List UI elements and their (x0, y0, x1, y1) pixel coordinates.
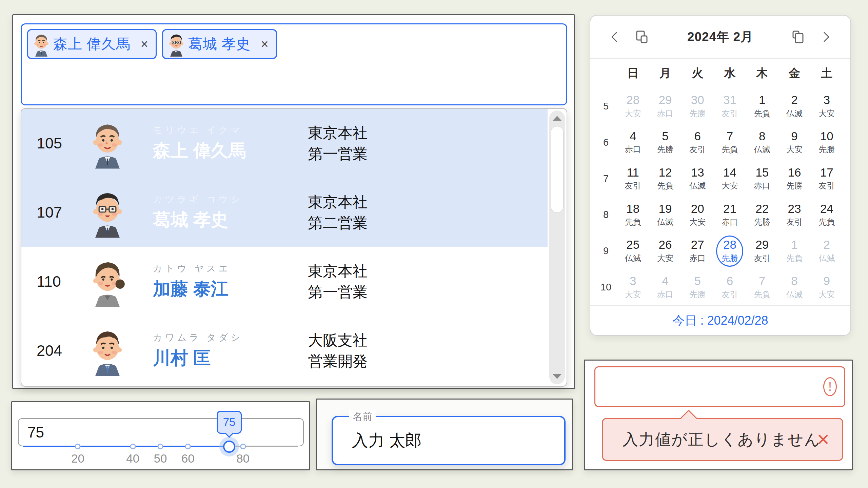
person-row[interactable]: 107 カツラギ コウシ葛城 孝史東京本社第二営業 (21, 178, 548, 247)
people-multiselect-input[interactable]: 森上 偉久馬× 葛城 孝史× (21, 23, 567, 105)
calendar-day-cell[interactable]: 25仏滅 (617, 233, 649, 269)
slider-thumb[interactable] (223, 441, 235, 453)
calendar-day-cell[interactable]: 9大安 (778, 124, 810, 161)
next-year-pages-icon[interactable] (791, 29, 806, 45)
slider-tick[interactable] (130, 444, 136, 449)
day-number: 9 (791, 130, 797, 143)
person-row[interactable]: 105 モリウエ イクマ森上 偉久馬東京本社第一営業 (21, 109, 548, 178)
calendar-day-cell[interactable]: 11友引 (617, 161, 649, 197)
calendar-day-cell[interactable]: 4赤口 (617, 124, 649, 161)
calendar-day-cell[interactable]: 9大安 (811, 269, 843, 305)
day-number: 4 (662, 274, 668, 288)
person-name-block: カワムラ タダシ川村 匡 (130, 331, 293, 370)
calendar-day-cell[interactable]: 1先負 (746, 88, 778, 124)
next-month-chevron-icon[interactable] (819, 30, 833, 44)
scroll-down-icon[interactable] (553, 374, 561, 379)
calendar-day-cell[interactable]: 8仏滅 (778, 269, 810, 305)
person-avatar-icon (86, 117, 129, 170)
slider-tick[interactable] (158, 444, 163, 449)
remove-chip-icon[interactable]: × (141, 37, 148, 52)
calendar-day-cell[interactable]: 27赤口 (682, 233, 714, 269)
person-row[interactable]: 204 カワムラ タダシ川村 匡大阪支社営業開発 (21, 316, 548, 385)
calendar-day-cell[interactable]: 17友引 (811, 161, 843, 197)
calendar-day-cell[interactable]: 21赤口 (714, 197, 746, 233)
calendar-day-cell[interactable]: 4赤口 (649, 269, 681, 305)
day-number: 4 (630, 130, 636, 143)
calendar-day-cell[interactable]: 28大安 (617, 88, 649, 124)
calendar-day-cell[interactable]: 8仏滅 (746, 124, 778, 161)
weekday-label: 水 (714, 65, 746, 81)
day-rokuyo: 仏滅 (754, 144, 770, 155)
calendar-day-cell[interactable]: 30先勝 (682, 88, 714, 124)
calendar-day-cell[interactable]: 3大安 (617, 269, 649, 305)
name-input[interactable]: 名前 入力 太郎 (332, 416, 566, 465)
scrollbar-thumb[interactable] (551, 126, 564, 213)
calendar-day-cell[interactable]: 20大安 (682, 197, 714, 233)
weekday-label: 月 (649, 65, 681, 81)
day-number: 29 (755, 238, 769, 251)
person-row[interactable]: 110 カトウ ヤスエ加藤 泰江東京本社第一営業 (21, 247, 548, 316)
calendar-day-cell[interactable]: 19仏滅 (649, 197, 681, 233)
day-rokuyo: 友引 (818, 180, 835, 191)
calendar-day-cell[interactable]: 5先勝 (682, 269, 714, 305)
error-close-icon[interactable]: ✕ (816, 430, 830, 449)
calendar-day-cell[interactable]: 3大安 (811, 88, 843, 124)
calendar-day-cell[interactable]: 22先勝 (746, 197, 778, 233)
calendar-day-cell[interactable]: 1先負 (778, 233, 810, 269)
calendar-day-cell[interactable]: 24先負 (811, 197, 843, 233)
calendar-day-cell[interactable]: 14大安 (714, 161, 746, 197)
calendar-day-cell[interactable]: 12先負 (649, 161, 681, 197)
day-number: 15 (755, 166, 769, 179)
calendar-week-row: 818先負19仏滅20大安21赤口22先勝23友引24先負 (595, 197, 843, 233)
calendar-header: 2024年 2月 (590, 16, 850, 59)
calendar-day-cell[interactable]: 29赤口 (649, 88, 681, 124)
slider-tick[interactable] (75, 444, 81, 449)
calendar-day-cell[interactable]: 31友引 (714, 88, 746, 124)
calendar-day-cell[interactable]: 23友引 (778, 197, 810, 233)
calendar-day-cell[interactable]: 28先勝 (714, 233, 746, 269)
day-number: 19 (658, 202, 672, 216)
day-number: 1 (759, 94, 765, 107)
person-kana: カトウ ヤスエ (153, 262, 293, 274)
calendar-day-cell[interactable]: 2仏滅 (778, 88, 810, 124)
day-number: 30 (691, 94, 704, 107)
slider-value-input[interactable]: 75 (18, 418, 304, 446)
slider-tick[interactable] (240, 444, 246, 449)
day-rokuyo: 赤口 (657, 108, 673, 119)
calendar-day-cell[interactable]: 29友引 (746, 233, 778, 269)
calendar-day-cell[interactable]: 15赤口 (746, 161, 778, 197)
day-number: 3 (630, 274, 636, 288)
day-number: 9 (824, 274, 830, 288)
error-input[interactable]: ! (594, 366, 845, 407)
slider-tick-label: 80 (236, 452, 250, 465)
calendar-day-cell[interactable]: 26大安 (649, 233, 681, 269)
calendar-day-cell[interactable]: 6友引 (714, 269, 746, 305)
person-avatar-icon (86, 186, 129, 239)
today-link[interactable]: 今日 : 2024/02/28 (590, 305, 850, 335)
calendar-day-cell[interactable]: 7先負 (746, 269, 778, 305)
calendar-day-cell[interactable]: 5先勝 (649, 124, 681, 161)
person-name-block: カツラギ コウシ葛城 孝史 (130, 193, 293, 232)
day-number: 29 (658, 94, 672, 107)
prev-month-chevron-icon[interactable] (608, 30, 622, 44)
calendar-day-cell[interactable]: 2仏滅 (811, 233, 843, 269)
calendar-day-cell[interactable]: 6友引 (682, 124, 714, 161)
calendar-day-cell[interactable]: 10先勝 (811, 124, 843, 161)
slider-tick[interactable] (185, 444, 191, 449)
person-chip[interactable]: 森上 偉久馬× (27, 29, 157, 59)
day-rokuyo: 先勝 (657, 144, 673, 155)
person-chip-label: 葛城 孝史 (188, 35, 251, 54)
calendar-day-cell[interactable]: 13仏滅 (682, 161, 714, 197)
calendar-day-cell[interactable]: 18先負 (617, 197, 649, 233)
day-rokuyo: 赤口 (722, 217, 738, 227)
calendar-day-cell[interactable]: 7先負 (714, 124, 746, 161)
person-chip[interactable]: 葛城 孝史× (162, 29, 277, 59)
scrollbar[interactable] (549, 110, 565, 384)
slider-track-fill (23, 446, 229, 447)
remove-chip-icon[interactable]: × (261, 37, 269, 52)
prev-year-pages-icon[interactable] (634, 29, 650, 45)
day-rokuyo: 先負 (786, 253, 803, 264)
scroll-up-icon[interactable] (553, 116, 561, 121)
slider-rail[interactable]: 2040506080 75 (23, 445, 298, 448)
calendar-day-cell[interactable]: 16先勝 (778, 161, 810, 197)
